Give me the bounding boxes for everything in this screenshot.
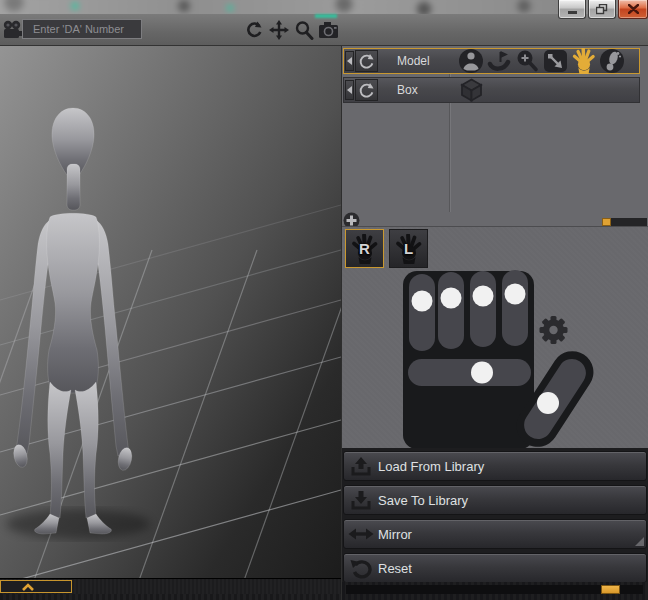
camera-icon — [318, 20, 339, 40]
finger-knob-ring[interactable] — [473, 286, 494, 307]
main-area: Model — [0, 46, 648, 600]
minimize-icon — [568, 11, 577, 14]
mirror-arrows-icon — [344, 524, 378, 544]
transform-arrow-icon[interactable] — [542, 48, 569, 74]
tab-letter: L — [404, 240, 413, 257]
row-label: Box — [397, 83, 455, 97]
list-scrollbar-thumb[interactable] — [602, 218, 611, 226]
triangle-left-icon — [347, 57, 352, 65]
zoom-view-button[interactable] — [293, 18, 314, 42]
undo-arrow-icon — [344, 557, 378, 579]
teal-dot-decoration — [315, 14, 337, 18]
film-camera-icon[interactable] — [3, 20, 23, 43]
neck — [67, 164, 80, 210]
foot-pose-icon[interactable] — [599, 48, 626, 74]
minimize-button[interactable] — [558, 0, 586, 19]
resize-grip[interactable] — [635, 537, 644, 546]
close-button[interactable] — [618, 0, 648, 19]
cycle-icon — [358, 53, 375, 70]
view-tools — [243, 18, 339, 42]
mirror-button[interactable]: Mirror — [343, 519, 647, 549]
window-bottom-edge — [0, 594, 341, 600]
pan-view-button[interactable] — [268, 18, 289, 42]
tab-letter: R — [359, 240, 370, 257]
rotate-icon — [244, 20, 264, 40]
screenshot-button[interactable] — [318, 18, 339, 42]
3d-viewport[interactable] — [0, 46, 341, 578]
download-tray-icon — [344, 488, 378, 512]
cycle-button[interactable] — [355, 79, 378, 101]
list-scrollbar[interactable] — [602, 218, 647, 226]
finger-track-index[interactable] — [409, 274, 435, 351]
aero-glass-background — [0, 0, 648, 14]
left-leg — [48, 382, 71, 518]
palm-shape — [403, 271, 534, 449]
spread-track[interactable] — [408, 359, 531, 386]
scene-object-list: Model — [342, 46, 648, 212]
row-label: Model — [397, 54, 455, 68]
load-from-library-button[interactable]: Load From Library — [343, 451, 647, 481]
hand-action-buttons: Load From Library Save To Library — [342, 448, 648, 582]
finger-track-pinky[interactable] — [502, 270, 528, 346]
list-row-model[interactable]: Model — [343, 48, 640, 74]
spread-knob[interactable] — [471, 362, 493, 384]
collapse-button[interactable] — [345, 80, 354, 100]
save-to-library-button[interactable]: Save To Library — [343, 485, 647, 515]
zoom-plus-icon[interactable] — [514, 48, 541, 74]
reset-button[interactable]: Reset — [343, 553, 647, 583]
button-label: Mirror — [378, 527, 412, 542]
thumb-knob[interactable] — [537, 392, 559, 414]
scene-canvas — [0, 46, 341, 578]
panel-bottom-bar — [342, 582, 648, 600]
hand-diagram — [342, 227, 648, 449]
panel-scrollbar[interactable] — [346, 585, 643, 594]
tab-right-hand[interactable]: R — [345, 229, 384, 268]
chevron-up-icon — [21, 583, 35, 591]
cycle-button[interactable] — [355, 50, 378, 72]
timeline-expander-button[interactable] — [0, 580, 72, 593]
cycle-icon — [358, 82, 375, 99]
finger-knob-pinky[interactable] — [505, 284, 526, 305]
tab-left-hand[interactable]: L — [389, 229, 428, 268]
finger-knob-middle[interactable] — [441, 288, 462, 309]
rotate-view-button[interactable] — [243, 18, 264, 42]
thumb-base — [509, 343, 602, 449]
restore-button[interactable] — [588, 0, 616, 19]
model-tool-icons — [458, 48, 627, 74]
figure-shadow — [6, 509, 150, 539]
panel-scrollbar-thumb[interactable] — [601, 585, 620, 594]
close-icon — [628, 4, 639, 14]
finger-track-middle[interactable] — [438, 272, 464, 349]
torso — [47, 213, 100, 393]
move-icon — [269, 20, 289, 40]
da-number-input[interactable] — [22, 19, 142, 39]
hand-settings-gear-icon[interactable] — [540, 316, 568, 344]
finger-knob-index[interactable] — [412, 291, 433, 312]
viewport-bottom-bar — [0, 578, 341, 600]
hand-pose-icon[interactable] — [570, 48, 598, 74]
cube-icon[interactable] — [458, 77, 485, 103]
collapse-button[interactable] — [345, 51, 354, 71]
titlebar[interactable] — [0, 0, 648, 14]
left-arm — [15, 220, 50, 454]
hand-editor-panel: R L — [342, 226, 648, 448]
viewport-column — [0, 46, 341, 600]
thumb-track — [519, 354, 592, 445]
window-controls — [558, 0, 648, 19]
right-panel: Model — [341, 46, 648, 600]
pose-pin-icon[interactable] — [486, 48, 513, 74]
button-label: Save To Library — [378, 493, 468, 508]
finger-track-ring[interactable] — [470, 271, 496, 347]
app-window: Model — [0, 0, 648, 600]
upload-tray-icon — [344, 454, 378, 478]
magnifier-icon — [294, 20, 314, 40]
mannequin-figure[interactable] — [6, 108, 150, 539]
button-label: Reset — [378, 561, 412, 576]
triangle-left-icon — [347, 86, 352, 94]
top-toolbar — [0, 14, 648, 46]
figure-icon[interactable] — [458, 48, 485, 74]
button-label: Load From Library — [378, 459, 484, 474]
list-row-box[interactable]: Box — [343, 77, 640, 103]
restore-icon — [596, 4, 608, 15]
right-leg — [75, 382, 98, 518]
